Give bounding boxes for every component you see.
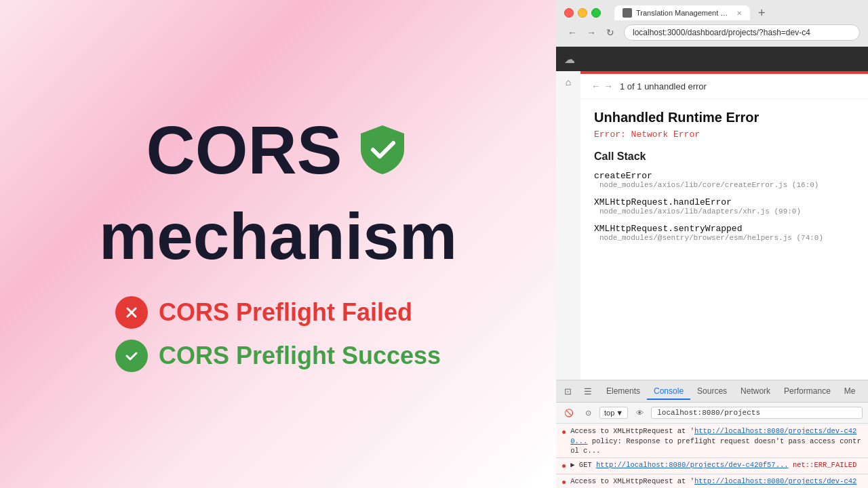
stack-fn-1: XMLHttpRequest.handleError bbox=[594, 197, 854, 207]
stack-file-2: node_modules/@sentry/browser/esm/helpers… bbox=[594, 234, 854, 242]
console-message-0: ● Access to XMLHttpRequest at 'http://lo… bbox=[556, 425, 868, 458]
fail-label: CORS Preflight Failed bbox=[159, 298, 412, 327]
app-nav-icon: ⌂ bbox=[556, 71, 580, 380]
console-message-2: ● Access to XMLHttpRequest at 'http://lo… bbox=[556, 475, 868, 488]
devtools-tabs: ⊡ ☰ Elements Console Sources Network Per… bbox=[556, 381, 868, 403]
success-circle bbox=[115, 340, 148, 372]
error-nav: ← → 1 of 1 unhandled error bbox=[580, 74, 868, 99]
prev-error-button[interactable]: ← bbox=[591, 81, 601, 92]
error-icon-2: ● bbox=[561, 477, 566, 488]
error-overlay: ← → 1 of 1 unhandled error Unhandled Run… bbox=[580, 71, 868, 380]
reload-button[interactable]: ↻ bbox=[602, 24, 618, 41]
success-label: CORS Preflight Success bbox=[159, 342, 441, 370]
error-body: Unhandled Runtime Error Error: Network E… bbox=[580, 99, 868, 380]
minimize-button[interactable] bbox=[578, 8, 587, 18]
call-stack-title: Call Stack bbox=[594, 150, 854, 163]
cors-success-item: CORS Preflight Success bbox=[115, 340, 441, 372]
error-count: 1 of 1 unhandled error bbox=[620, 81, 707, 92]
error-icon-1: ● bbox=[561, 461, 566, 472]
app-header: ☁ bbox=[556, 47, 868, 71]
devtools-console-bar: 🚫 ⊙ top ▼ 👁 bbox=[556, 403, 868, 424]
content-row: ⌂ ← → 1 of 1 unhandled error Unhandled R… bbox=[556, 71, 868, 380]
chevron-down-icon: ▼ bbox=[616, 409, 623, 417]
error-nav-arrows: ← → bbox=[591, 81, 613, 92]
cors-title: CORS bbox=[146, 116, 342, 184]
cors-fail-item: CORS Preflight Failed bbox=[115, 296, 441, 329]
console-eye-button[interactable]: 👁 bbox=[632, 405, 647, 420]
tab-favicon bbox=[623, 8, 632, 18]
console-input[interactable] bbox=[651, 407, 863, 419]
shield-icon bbox=[355, 123, 410, 177]
browser-chrome: Translation Management for s ✕ + ← → ↻ l… bbox=[556, 0, 868, 47]
console-context-value: top bbox=[604, 409, 614, 417]
home-icon: ⌂ bbox=[566, 77, 571, 87]
browser-tab-active[interactable]: Translation Management for s ✕ bbox=[614, 5, 750, 20]
devtools-tab-more[interactable]: Me bbox=[837, 384, 863, 400]
devtools-inspect-button[interactable]: ⊡ bbox=[559, 383, 576, 401]
x-icon bbox=[123, 304, 140, 321]
stack-item-1: XMLHttpRequest.handleError node_modules/… bbox=[594, 197, 854, 216]
status-items: CORS Preflight Failed CORS Preflight Suc… bbox=[115, 296, 441, 372]
devtools-panel: ⊡ ☰ Elements Console Sources Network Per… bbox=[556, 380, 868, 488]
fail-circle bbox=[115, 296, 148, 329]
tab-bar: Translation Management for s ✕ + bbox=[614, 5, 860, 20]
cloud-icon: ☁ bbox=[564, 53, 575, 66]
browser-content: ☁ ⌂ ← → 1 of 1 unhandled error Unhandled… bbox=[556, 47, 868, 488]
browser-window: Translation Management for s ✕ + ← → ↻ l… bbox=[556, 0, 868, 488]
stack-file-1: node_modules/axios/lib/adapters/xhr.js (… bbox=[594, 207, 854, 216]
console-clear-button[interactable]: 🚫 bbox=[561, 405, 576, 420]
stack-fn-0: createError bbox=[594, 171, 854, 181]
forward-button[interactable]: → bbox=[583, 24, 599, 41]
next-error-button[interactable]: → bbox=[604, 81, 613, 92]
devtools-messages: ● Access to XMLHttpRequest at 'http://lo… bbox=[556, 424, 868, 488]
mechanism-title: mechanism bbox=[99, 204, 457, 269]
traffic-lights bbox=[564, 8, 601, 18]
new-tab-button[interactable]: + bbox=[755, 6, 768, 20]
devtools-tab-performance[interactable]: Performance bbox=[777, 384, 837, 400]
address-bar[interactable]: localhost:3000/dashboard/projects/?hash=… bbox=[624, 24, 860, 41]
devtools-tab-sources[interactable]: Sources bbox=[690, 384, 734, 400]
stack-fn-2: XMLHttpRequest.sentryWrapped bbox=[594, 224, 854, 234]
tab-title: Translation Management for s bbox=[636, 9, 730, 17]
stack-item-0: createError node_modules/axios/lib/core/… bbox=[594, 171, 854, 189]
fullscreen-button[interactable] bbox=[591, 8, 601, 18]
devtools-tab-network[interactable]: Network bbox=[734, 384, 777, 400]
error-title: Unhandled Runtime Error bbox=[594, 110, 854, 125]
console-text-1: ▶ GET http://localhost:8080/projects/dev… bbox=[570, 460, 856, 470]
stack-file-0: node_modules/axios/lib/core/createError.… bbox=[594, 181, 854, 189]
console-text-0: Access to XMLHttpRequest at 'http://loca… bbox=[570, 426, 863, 456]
devtools-tab-console[interactable]: Console bbox=[647, 384, 690, 400]
console-message-1: ● ▶ GET http://localhost:8080/projects/d… bbox=[556, 459, 868, 474]
close-button[interactable] bbox=[564, 8, 574, 18]
error-icon-0: ● bbox=[561, 427, 566, 439]
console-filter-button[interactable]: ⊙ bbox=[580, 405, 595, 420]
devtools-device-button[interactable]: ☰ bbox=[579, 383, 597, 401]
devtools-tab-elements[interactable]: Elements bbox=[599, 384, 647, 400]
address-bar-row: ← → ↻ localhost:3000/dashboard/projects/… bbox=[564, 24, 860, 41]
stack-item-2: XMLHttpRequest.sentryWrapped node_module… bbox=[594, 224, 854, 242]
cors-title-row: CORS bbox=[146, 116, 410, 184]
error-type: Error: Network Error bbox=[594, 129, 854, 140]
check-icon bbox=[123, 348, 140, 364]
nav-buttons: ← → ↻ bbox=[564, 24, 618, 41]
console-text-2: Access to XMLHttpRequest at 'http://loca… bbox=[570, 476, 863, 488]
console-context-select[interactable]: top ▼ bbox=[599, 407, 628, 419]
browser-titlebar: Translation Management for s ✕ + bbox=[564, 5, 860, 20]
tab-close-button[interactable]: ✕ bbox=[736, 9, 742, 17]
back-button[interactable]: ← bbox=[564, 24, 580, 41]
left-panel: CORS mechanism CORS Preflight Failed bbox=[0, 0, 556, 488]
